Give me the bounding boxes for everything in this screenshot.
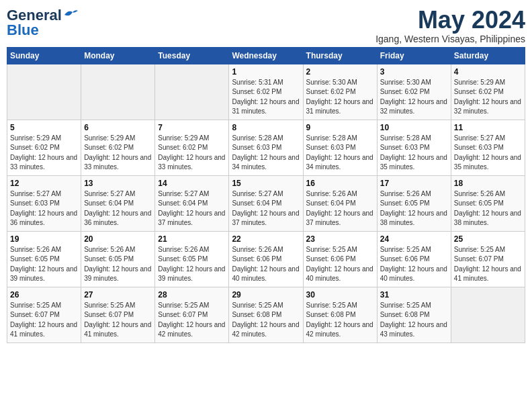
calendar-cell: 5Sunrise: 5:29 AMSunset: 6:02 PMDaylight… — [7, 120, 81, 175]
day-info: Sunrise: 5:29 AMSunset: 6:02 PMDaylight:… — [84, 134, 152, 173]
day-number: 11 — [454, 123, 522, 132]
calendar-header-row: SundayMondayTuesdayWednesdayThursdayFrid… — [7, 47, 525, 64]
day-number: 30 — [306, 290, 374, 300]
day-number: 26 — [10, 290, 78, 300]
calendar-cell: 8Sunrise: 5:28 AMSunset: 6:03 PMDaylight… — [229, 120, 303, 175]
day-number: 17 — [380, 179, 448, 188]
calendar-week-row: 19Sunrise: 5:26 AMSunset: 6:05 PMDayligh… — [7, 231, 525, 287]
logo-bird-icon — [63, 8, 78, 20]
calendar-cell — [451, 287, 525, 342]
calendar-cell: 1Sunrise: 5:31 AMSunset: 6:02 PMDaylight… — [229, 64, 303, 120]
day-info: Sunrise: 5:26 AMSunset: 6:06 PMDaylight:… — [232, 245, 300, 284]
calendar-cell — [81, 64, 155, 120]
day-info: Sunrise: 5:29 AMSunset: 6:02 PMDaylight:… — [454, 78, 522, 117]
day-number: 29 — [232, 290, 300, 300]
day-number: 16 — [306, 179, 374, 188]
calendar-cell: 4Sunrise: 5:29 AMSunset: 6:02 PMDaylight… — [451, 64, 525, 120]
col-header-wednesday: Wednesday — [229, 47, 303, 64]
calendar-week-row: 12Sunrise: 5:27 AMSunset: 6:03 PMDayligh… — [7, 175, 525, 231]
month-title: May 2024 — [375, 7, 525, 34]
calendar-cell — [155, 64, 229, 120]
day-info: Sunrise: 5:28 AMSunset: 6:03 PMDaylight:… — [232, 134, 300, 173]
col-header-friday: Friday — [377, 47, 451, 64]
day-info: Sunrise: 5:25 AMSunset: 6:07 PMDaylight:… — [84, 301, 152, 340]
calendar-cell: 29Sunrise: 5:25 AMSunset: 6:08 PMDayligh… — [229, 287, 303, 342]
calendar-cell: 27Sunrise: 5:25 AMSunset: 6:07 PMDayligh… — [81, 287, 155, 342]
day-number: 9 — [306, 123, 374, 132]
day-info: Sunrise: 5:26 AMSunset: 6:05 PMDaylight:… — [158, 245, 226, 284]
day-info: Sunrise: 5:31 AMSunset: 6:02 PMDaylight:… — [232, 78, 300, 117]
col-header-tuesday: Tuesday — [155, 47, 229, 64]
calendar-week-row: 5Sunrise: 5:29 AMSunset: 6:02 PMDaylight… — [7, 120, 525, 175]
subtitle: Igang, Western Visayas, Philippines — [375, 34, 525, 44]
title-block: May 2024 Igang, Western Visayas, Philipp… — [375, 7, 525, 44]
day-number: 15 — [232, 179, 300, 188]
col-header-monday: Monday — [81, 47, 155, 64]
col-header-saturday: Saturday — [451, 47, 525, 64]
calendar-cell: 24Sunrise: 5:25 AMSunset: 6:06 PMDayligh… — [377, 231, 451, 287]
calendar-cell: 11Sunrise: 5:27 AMSunset: 6:03 PMDayligh… — [451, 120, 525, 175]
calendar-cell: 3Sunrise: 5:30 AMSunset: 6:02 PMDaylight… — [377, 64, 451, 120]
calendar-cell: 25Sunrise: 5:25 AMSunset: 6:07 PMDayligh… — [451, 231, 525, 287]
day-info: Sunrise: 5:25 AMSunset: 6:07 PMDaylight:… — [454, 245, 522, 284]
day-info: Sunrise: 5:25 AMSunset: 6:08 PMDaylight:… — [306, 301, 374, 340]
day-number: 21 — [158, 234, 226, 244]
page-header: General Blue May 2024 Igang, Western Vis… — [7, 7, 525, 44]
day-info: Sunrise: 5:25 AMSunset: 6:07 PMDaylight:… — [158, 301, 226, 340]
logo: General Blue — [7, 7, 78, 39]
day-info: Sunrise: 5:25 AMSunset: 6:08 PMDaylight:… — [232, 301, 300, 340]
day-number: 13 — [84, 179, 152, 188]
day-info: Sunrise: 5:26 AMSunset: 6:05 PMDaylight:… — [380, 189, 448, 228]
day-info: Sunrise: 5:25 AMSunset: 6:06 PMDaylight:… — [306, 245, 374, 284]
day-info: Sunrise: 5:30 AMSunset: 6:02 PMDaylight:… — [380, 78, 448, 117]
calendar-cell: 6Sunrise: 5:29 AMSunset: 6:02 PMDaylight… — [81, 120, 155, 175]
day-number: 27 — [84, 290, 152, 300]
col-header-thursday: Thursday — [303, 47, 377, 64]
day-number: 3 — [380, 67, 448, 77]
day-number: 2 — [306, 67, 374, 77]
day-number: 8 — [232, 123, 300, 132]
day-info: Sunrise: 5:25 AMSunset: 6:08 PMDaylight:… — [380, 301, 448, 340]
day-number: 31 — [380, 290, 448, 300]
calendar-cell — [7, 64, 81, 120]
calendar-cell: 10Sunrise: 5:28 AMSunset: 6:03 PMDayligh… — [377, 120, 451, 175]
calendar-cell: 22Sunrise: 5:26 AMSunset: 6:06 PMDayligh… — [229, 231, 303, 287]
day-info: Sunrise: 5:26 AMSunset: 6:05 PMDaylight:… — [84, 245, 152, 284]
day-number: 23 — [306, 234, 374, 244]
calendar-cell: 17Sunrise: 5:26 AMSunset: 6:05 PMDayligh… — [377, 175, 451, 231]
day-number: 1 — [232, 67, 300, 77]
calendar-cell: 14Sunrise: 5:27 AMSunset: 6:04 PMDayligh… — [155, 175, 229, 231]
day-number: 12 — [10, 179, 78, 188]
day-number: 20 — [84, 234, 152, 244]
calendar-cell: 19Sunrise: 5:26 AMSunset: 6:05 PMDayligh… — [7, 231, 81, 287]
calendar-cell: 13Sunrise: 5:27 AMSunset: 6:04 PMDayligh… — [81, 175, 155, 231]
calendar-cell: 9Sunrise: 5:28 AMSunset: 6:03 PMDaylight… — [303, 120, 377, 175]
day-info: Sunrise: 5:25 AMSunset: 6:07 PMDaylight:… — [10, 301, 78, 340]
day-number: 14 — [158, 179, 226, 188]
col-header-sunday: Sunday — [7, 47, 81, 64]
day-info: Sunrise: 5:25 AMSunset: 6:06 PMDaylight:… — [380, 245, 448, 284]
day-info: Sunrise: 5:27 AMSunset: 6:03 PMDaylight:… — [10, 189, 78, 228]
day-info: Sunrise: 5:29 AMSunset: 6:02 PMDaylight:… — [158, 134, 226, 173]
day-info: Sunrise: 5:27 AMSunset: 6:04 PMDaylight:… — [84, 189, 152, 228]
day-number: 22 — [232, 234, 300, 244]
calendar-cell: 30Sunrise: 5:25 AMSunset: 6:08 PMDayligh… — [303, 287, 377, 342]
day-number: 10 — [380, 123, 448, 132]
day-info: Sunrise: 5:28 AMSunset: 6:03 PMDaylight:… — [380, 134, 448, 173]
calendar-cell: 26Sunrise: 5:25 AMSunset: 6:07 PMDayligh… — [7, 287, 81, 342]
day-info: Sunrise: 5:28 AMSunset: 6:03 PMDaylight:… — [306, 134, 374, 173]
day-info: Sunrise: 5:30 AMSunset: 6:02 PMDaylight:… — [306, 78, 374, 117]
day-info: Sunrise: 5:26 AMSunset: 6:04 PMDaylight:… — [306, 189, 374, 228]
day-number: 19 — [10, 234, 78, 244]
logo-blue: Blue — [7, 21, 39, 39]
calendar-cell: 16Sunrise: 5:26 AMSunset: 6:04 PMDayligh… — [303, 175, 377, 231]
calendar-cell: 28Sunrise: 5:25 AMSunset: 6:07 PMDayligh… — [155, 287, 229, 342]
calendar-cell: 2Sunrise: 5:30 AMSunset: 6:02 PMDaylight… — [303, 64, 377, 120]
day-number: 24 — [380, 234, 448, 244]
calendar-cell: 7Sunrise: 5:29 AMSunset: 6:02 PMDaylight… — [155, 120, 229, 175]
day-number: 4 — [454, 67, 522, 77]
calendar-cell: 23Sunrise: 5:25 AMSunset: 6:06 PMDayligh… — [303, 231, 377, 287]
calendar-week-row: 1Sunrise: 5:31 AMSunset: 6:02 PMDaylight… — [7, 64, 525, 120]
day-info: Sunrise: 5:29 AMSunset: 6:02 PMDaylight:… — [10, 134, 78, 173]
calendar-cell: 20Sunrise: 5:26 AMSunset: 6:05 PMDayligh… — [81, 231, 155, 287]
